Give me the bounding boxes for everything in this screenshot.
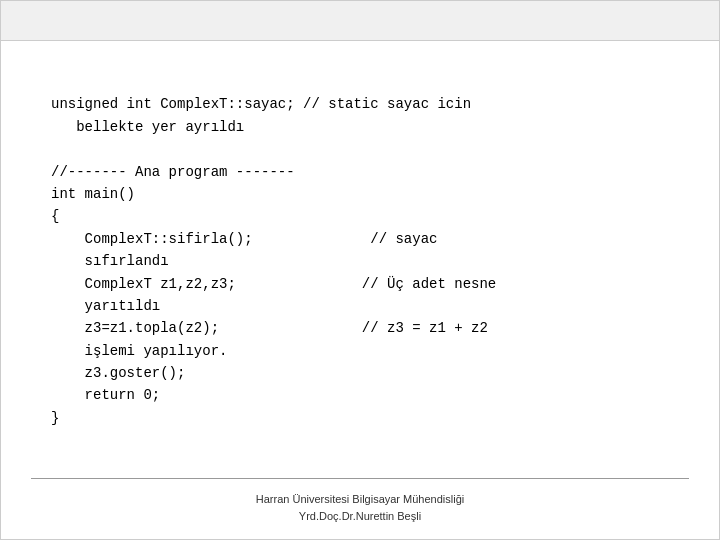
slide-container: unsigned int ComplexT::sayac; // static …	[0, 0, 720, 540]
code-line-1: unsigned int ComplexT::sayac; // static …	[51, 96, 496, 425]
bottom-divider	[31, 478, 689, 479]
footer: Harran Üniversitesi Bilgisayar Mühendisl…	[1, 491, 719, 524]
code-block: unsigned int ComplexT::sayac; // static …	[51, 71, 669, 452]
content-area: unsigned int ComplexT::sayac; // static …	[1, 41, 719, 472]
top-bar	[1, 1, 719, 41]
footer-line1: Harran Üniversitesi Bilgisayar Mühendisl…	[1, 491, 719, 508]
footer-line2: Yrd.Doç.Dr.Nurettin Beşli	[1, 508, 719, 525]
